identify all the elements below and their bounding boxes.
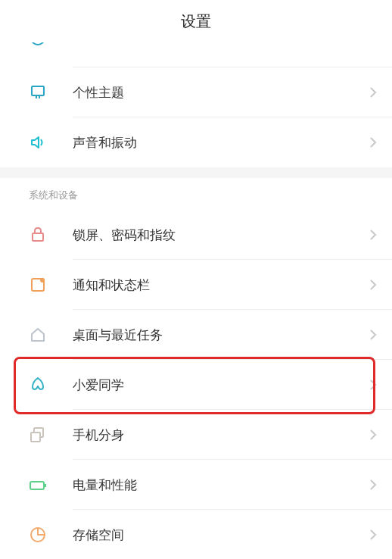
battery-icon	[29, 476, 47, 494]
settings-label: 手机分身	[73, 426, 369, 444]
section-divider	[0, 167, 392, 178]
svg-rect-2	[33, 233, 43, 241]
svg-rect-6	[31, 433, 40, 442]
settings-label: 桌面与最近任务	[73, 326, 369, 344]
sound-icon	[29, 133, 47, 151]
svg-rect-8	[45, 484, 46, 487]
svg-rect-1	[32, 86, 44, 95]
settings-row-theme[interactable]: 个性主题	[0, 67, 392, 117]
settings-row-xiaoai[interactable]: 小爱同学	[0, 360, 392, 410]
settings-label: 电量和性能	[73, 476, 369, 494]
storage-icon	[29, 526, 47, 544]
settings-row-clone[interactable]: 手机分身	[0, 410, 392, 460]
settings-row-lock[interactable]: 锁屏、密码和指纹	[0, 210, 392, 260]
chevron-right-icon	[369, 529, 377, 541]
chevron-right-icon	[369, 86, 377, 98]
chevron-right-icon	[369, 136, 377, 148]
page-header: 设置	[0, 0, 392, 42]
cutoff-icon	[29, 42, 47, 47]
settings-label: 存储空间	[73, 526, 369, 544]
clone-icon	[29, 426, 47, 444]
settings-row-cutoff[interactable]	[0, 42, 392, 67]
settings-row-storage[interactable]: 存储空间	[0, 510, 392, 559]
settings-label: 小爱同学	[73, 376, 369, 394]
page-title: 设置	[181, 11, 211, 32]
settings-label: 个性主题	[73, 84, 369, 101]
svg-rect-7	[30, 482, 44, 489]
chevron-right-icon	[369, 479, 377, 491]
home-icon	[29, 326, 47, 344]
notification-icon	[29, 276, 47, 294]
settings-label: 声音和振动	[73, 134, 369, 151]
settings-label: 通知和状态栏	[73, 276, 369, 294]
settings-row-home[interactable]: 桌面与最近任务	[0, 310, 392, 360]
settings-group-2: 系统和设备 锁屏、密码和指纹 通知和状态栏 桌面与最近任务 小爱同学	[0, 178, 392, 559]
xiaoai-icon	[29, 376, 47, 394]
chevron-right-icon	[369, 379, 377, 391]
section-header: 系统和设备	[0, 178, 392, 210]
lock-icon	[29, 226, 47, 244]
settings-row-sound[interactable]: 声音和振动	[0, 117, 392, 167]
settings-row-battery[interactable]: 电量和性能	[0, 460, 392, 510]
settings-group-1: 个性主题 声音和振动	[0, 42, 392, 167]
chevron-right-icon	[369, 329, 377, 341]
settings-label: 锁屏、密码和指纹	[73, 226, 369, 244]
svg-point-0	[31, 42, 45, 45]
chevron-right-icon	[369, 429, 377, 441]
theme-icon	[29, 83, 47, 101]
svg-point-4	[40, 278, 45, 283]
settings-row-notification[interactable]: 通知和状态栏	[0, 260, 392, 310]
chevron-right-icon	[369, 229, 377, 241]
chevron-right-icon	[369, 279, 377, 291]
